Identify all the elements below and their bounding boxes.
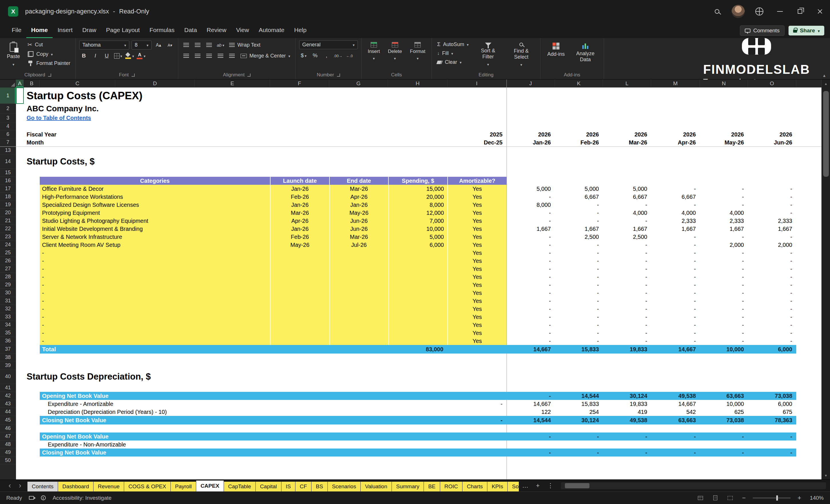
cell-L47[interactable]: - (603, 433, 651, 441)
font-size-select[interactable]: 8 (132, 41, 152, 50)
cell-C34[interactable]: - (40, 321, 270, 329)
cell-J49[interactable]: - (507, 448, 555, 456)
cell-C37[interactable]: Total (40, 345, 270, 353)
cell-F23[interactable]: Feb-26 (270, 233, 329, 241)
row-header-35[interactable]: 35 (0, 329, 16, 337)
cell-G23[interactable]: Mar-26 (329, 233, 388, 241)
autosum-button[interactable]: AutoSum (435, 40, 470, 48)
column-header-F[interactable]: F (270, 80, 329, 87)
cell-M37[interactable]: 14,667 (651, 345, 700, 353)
sort-filter-button[interactable]: Sort & Filter (473, 40, 504, 69)
number-format-select[interactable]: General (299, 40, 358, 49)
row-header-20[interactable]: 20 (0, 209, 16, 217)
zoom-level[interactable]: 140% (808, 495, 824, 501)
cell-C44[interactable]: Depreciation (Depreciation Period (Years… (40, 408, 329, 416)
cell-G31[interactable] (329, 297, 388, 305)
column-header-O[interactable]: O (748, 80, 796, 87)
cell-J23[interactable]: - (507, 233, 555, 241)
align-middle-button[interactable] (193, 40, 202, 50)
cell-L32[interactable]: - (603, 305, 651, 313)
row-header-50[interactable]: 50 (0, 456, 16, 465)
font-color-button[interactable] (136, 51, 146, 60)
menu-tab-review[interactable]: Review (202, 23, 231, 38)
cell-J7[interactable]: Jan-26 (507, 138, 555, 147)
cell-O29[interactable]: - (748, 281, 796, 289)
cell-L17[interactable]: 5,000 (603, 185, 651, 193)
cell-J43[interactable]: 14,667 (507, 400, 555, 408)
cell-M26[interactable]: - (651, 257, 700, 265)
cell-K42[interactable]: 14,544 (555, 392, 603, 400)
cell-G18[interactable]: Apr-26 (329, 193, 388, 201)
sheet-tab-is[interactable]: IS (281, 482, 295, 492)
cell-J21[interactable]: - (507, 217, 555, 225)
underline-button[interactable]: U (102, 51, 111, 60)
cell-H27[interactable] (388, 265, 447, 273)
row-header-47[interactable]: 47 (0, 433, 16, 441)
vertical-scrollbar-thumb[interactable] (823, 91, 829, 177)
macro-record-icon[interactable] (29, 496, 34, 500)
cell-O6[interactable]: 2026 (748, 130, 796, 138)
column-header-I[interactable]: I (447, 80, 507, 87)
row-header-31[interactable]: 31 (0, 297, 16, 305)
cell-H24[interactable]: 6,000 (388, 241, 447, 249)
align-top-button[interactable] (182, 40, 191, 50)
sheet-tab-bs[interactable]: BS (312, 482, 327, 492)
cell-J22[interactable]: 1,667 (507, 225, 555, 233)
cell-M6[interactable]: 2026 (651, 130, 700, 138)
cell-C36[interactable]: - (40, 337, 270, 345)
sheet-tab-so[interactable]: So (508, 482, 519, 492)
row-header-44[interactable]: 44 (0, 408, 16, 416)
menu-tab-automate[interactable]: Automate (254, 23, 289, 38)
cell-M35[interactable]: - (651, 329, 700, 337)
cell-G19[interactable]: Jan-26 (329, 201, 388, 209)
next-sheet-button[interactable] (15, 480, 25, 492)
sheet-tab-capex[interactable]: CAPEX (196, 480, 224, 492)
cell-O45[interactable]: 78,363 (748, 416, 796, 424)
cell-G34[interactable] (329, 321, 388, 329)
minimize-button[interactable] (770, 0, 790, 23)
cell-C21[interactable]: Studio Lighting & Photography Equipment (40, 217, 270, 225)
cell-O21[interactable]: 2,333 (748, 217, 796, 225)
row-header-42[interactable]: 42 (0, 392, 16, 400)
cell-G33[interactable] (329, 313, 388, 321)
cell-F20[interactable]: Mar-26 (270, 209, 329, 217)
cell-O26[interactable]: - (748, 257, 796, 265)
add-sheet-button[interactable] (532, 480, 544, 492)
format-cells-button[interactable]: Format (407, 40, 428, 63)
cell-O18[interactable]: - (748, 193, 796, 201)
cell-K27[interactable]: - (555, 265, 603, 273)
row-header-30[interactable]: 30 (0, 289, 16, 297)
row-header-22[interactable]: 22 (0, 225, 16, 233)
sheet-tab-contents[interactable]: Contents (28, 482, 58, 492)
cell-F31[interactable] (270, 297, 329, 305)
row-header-15[interactable]: 15 (0, 169, 16, 177)
row-header-29[interactable]: 29 (0, 281, 16, 289)
cell-I20[interactable]: Yes (447, 209, 507, 217)
row-header-37[interactable]: 37 (0, 345, 16, 353)
wrap-text-button[interactable]: Wrap Text (227, 41, 262, 49)
cell-C26[interactable]: - (40, 257, 270, 265)
cell-N32[interactable]: - (700, 305, 748, 313)
sheet-tab-capital[interactable]: Capital (256, 482, 281, 492)
cell-I23[interactable]: Yes (447, 233, 507, 241)
column-header-J[interactable]: J (507, 80, 555, 87)
cell-H32[interactable] (388, 305, 447, 313)
sheet-tab-payroll[interactable]: Payroll (171, 482, 196, 492)
row-header-6[interactable]: 6 (0, 130, 16, 138)
row-header-1[interactable]: 1 (0, 88, 16, 104)
column-header-H[interactable]: H (388, 80, 447, 87)
share-button[interactable]: Share (789, 26, 824, 35)
row-header-24[interactable]: 24 (0, 241, 16, 249)
cell-M49[interactable]: - (651, 448, 700, 456)
sheet-tab-revenue[interactable]: Revenue (94, 482, 124, 492)
cell-C28[interactable]: - (40, 273, 270, 281)
cell-O44[interactable]: 675 (748, 408, 796, 416)
cell-L31[interactable]: - (603, 297, 651, 305)
cell-L25[interactable]: - (603, 249, 651, 257)
cell-J42[interactable]: - (507, 392, 555, 400)
page-break-view-button[interactable] (725, 494, 735, 502)
cell-I17[interactable]: Yes (447, 185, 507, 193)
row-header-36[interactable]: 36 (0, 337, 16, 345)
row-header-33[interactable]: 33 (0, 313, 16, 321)
borders-button[interactable] (114, 51, 123, 60)
